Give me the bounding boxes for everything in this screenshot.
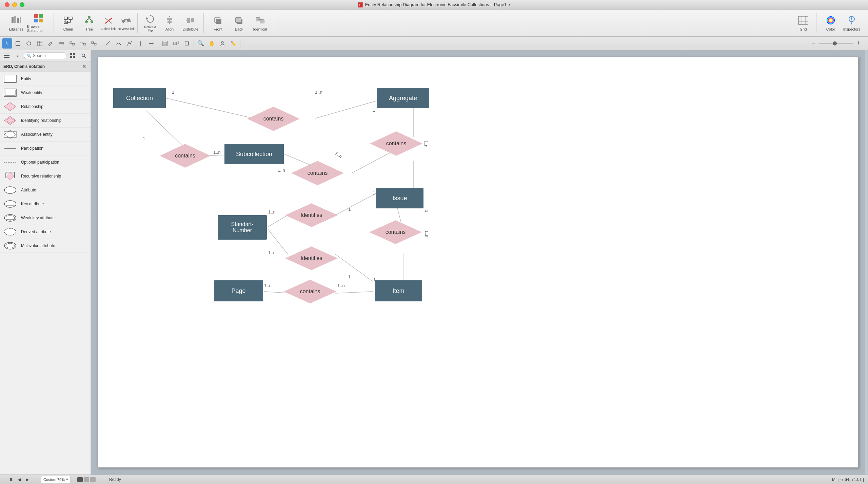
paint-tool[interactable]: ✏️ bbox=[228, 38, 238, 49]
rel-contains-top[interactable]: contains bbox=[247, 107, 300, 131]
entity-aggregate[interactable]: Aggregate bbox=[377, 88, 429, 108]
entity-subcollection[interactable]: Subcollection bbox=[224, 144, 284, 164]
reverse-link-button[interactable]: Reverse link bbox=[118, 14, 135, 33]
shape-item-weak-entity[interactable]: Weak entity bbox=[0, 86, 91, 100]
browse-solutions-button[interactable]: Browse Solutions bbox=[27, 14, 51, 33]
sidebar-list-view[interactable] bbox=[2, 52, 12, 60]
svg-point-98 bbox=[4, 187, 16, 193]
color-button[interactable]: Color bbox=[821, 14, 841, 33]
zoom-display[interactable]: Custom 79% ▾ bbox=[41, 476, 71, 483]
chain-button[interactable]: Chain bbox=[58, 14, 78, 33]
close-button[interactable] bbox=[5, 2, 9, 7]
svg-rect-57 bbox=[73, 43, 75, 45]
prev-page-button[interactable]: ◀ bbox=[16, 476, 22, 483]
connector-v-tool[interactable] bbox=[135, 38, 145, 49]
category-close-button[interactable]: ✕ bbox=[81, 63, 87, 70]
page-dot-3[interactable] bbox=[90, 477, 96, 482]
pan-tool[interactable]: ✋ bbox=[206, 38, 217, 49]
shape-item-entity[interactable]: Entity bbox=[0, 72, 91, 86]
page-dot-2[interactable] bbox=[84, 477, 89, 482]
shape-item-optional-participation[interactable]: Optional participation bbox=[0, 155, 91, 169]
pause-button[interactable]: ⏸ bbox=[7, 476, 14, 483]
sidebar-search-button[interactable] bbox=[79, 52, 88, 60]
distribute-icon bbox=[185, 15, 196, 26]
rect-tool[interactable] bbox=[13, 38, 23, 49]
back-icon bbox=[234, 15, 244, 26]
svg-marker-67 bbox=[139, 45, 141, 46]
diagram-canvas[interactable]: Collection Aggregate Subcollection Issue… bbox=[98, 57, 859, 468]
rel-contains-mid[interactable]: contains bbox=[291, 161, 344, 185]
tree-button[interactable]: Tree bbox=[79, 14, 99, 33]
delete-link-button[interactable]: Delete link bbox=[100, 14, 117, 33]
page-dot-1[interactable] bbox=[77, 477, 83, 482]
page-controls: ⏸ ◀ ▶ bbox=[4, 475, 34, 484]
line-tool[interactable] bbox=[103, 38, 113, 49]
next-page-button[interactable]: ▶ bbox=[24, 476, 31, 483]
ellipse-tool[interactable] bbox=[24, 38, 34, 49]
rel-contains-agg[interactable]: contains bbox=[370, 131, 422, 156]
entity-issue[interactable]: Issue bbox=[376, 188, 423, 208]
group-tool[interactable] bbox=[171, 38, 181, 49]
polyline-tool[interactable] bbox=[124, 38, 135, 49]
resize-tool[interactable] bbox=[56, 38, 66, 49]
svg-text:E: E bbox=[359, 3, 361, 7]
edit-tool[interactable] bbox=[45, 38, 56, 49]
search-input[interactable] bbox=[33, 53, 64, 58]
curve-tool[interactable] bbox=[114, 38, 124, 49]
svg-line-19 bbox=[86, 19, 89, 20]
shape-item-key-attribute[interactable]: Key attribute bbox=[0, 197, 91, 211]
canvas-area[interactable]: Collection Aggregate Subcollection Issue… bbox=[91, 50, 865, 474]
entity-item[interactable]: Item bbox=[375, 280, 422, 301]
person-tool[interactable] bbox=[217, 38, 228, 49]
grid-button[interactable]: Grid bbox=[793, 14, 813, 33]
connect3-tool[interactable] bbox=[89, 38, 99, 49]
table-tool[interactable] bbox=[35, 38, 45, 49]
entity-standart-number[interactable]: Standart-Number bbox=[218, 215, 267, 240]
zoom-slider[interactable] bbox=[819, 43, 853, 44]
back-button[interactable]: Back bbox=[229, 14, 249, 33]
rel-contains-page[interactable]: contains bbox=[284, 280, 336, 303]
search-box: 🔍 bbox=[24, 52, 67, 59]
shape-item-participation[interactable]: Participation bbox=[0, 142, 91, 155]
libraries-button[interactable]: Libraries bbox=[6, 14, 26, 33]
connector-h-tool[interactable] bbox=[146, 38, 156, 49]
align-button[interactable]: Align bbox=[159, 14, 180, 33]
maximize-button[interactable] bbox=[20, 2, 24, 7]
sidebar-view-toggle[interactable]: ≡ bbox=[13, 52, 22, 60]
rotate-flip-button[interactable]: Rotate & Flip bbox=[142, 14, 159, 33]
select-tool[interactable]: ↖ bbox=[2, 38, 12, 49]
select-all-tool[interactable] bbox=[160, 38, 170, 49]
entity-page[interactable]: Page bbox=[214, 280, 263, 301]
zoom-out-tool[interactable]: 🔍 bbox=[196, 38, 206, 49]
minimize-button[interactable] bbox=[12, 2, 17, 7]
svg-rect-2 bbox=[12, 17, 14, 23]
zoom-slider-thumb[interactable] bbox=[833, 41, 837, 45]
rel-contains-left[interactable]: contains bbox=[160, 144, 211, 168]
shape-item-multivalue-attribute[interactable]: Multivalue attribute bbox=[0, 239, 91, 253]
crop-tool[interactable] bbox=[182, 38, 192, 49]
title-dropdown-icon[interactable]: ▾ bbox=[509, 3, 510, 6]
shape-item-attribute[interactable]: Attribute bbox=[0, 183, 91, 197]
shape-item-associative-entity[interactable]: Associative entity bbox=[0, 128, 91, 142]
entity-collection[interactable]: Collection bbox=[113, 88, 166, 108]
shape-item-relationship[interactable]: Relationship bbox=[0, 100, 91, 114]
sidebar-grid-view[interactable] bbox=[68, 52, 78, 60]
inspectors-button[interactable]: i Inspectors bbox=[842, 14, 862, 33]
shape-item-weak-key-attribute[interactable]: Weak key attribute bbox=[0, 211, 91, 225]
shape-item-identifying-rel[interactable]: Identifying relationship bbox=[0, 114, 91, 128]
distribute-button[interactable]: Distribute bbox=[180, 14, 201, 33]
inspectors-icon: i bbox=[846, 15, 857, 26]
connect2-tool[interactable] bbox=[78, 38, 88, 49]
rel-identifies-2[interactable]: Identifies bbox=[285, 246, 338, 270]
front-button[interactable]: Front bbox=[208, 14, 228, 33]
rel-contains-issue[interactable]: contains bbox=[369, 220, 422, 244]
zoom-in-button[interactable]: + bbox=[854, 39, 863, 48]
shape-item-recursive[interactable]: Recursive relationship bbox=[0, 169, 91, 183]
identical-button[interactable]: Identical bbox=[250, 14, 270, 33]
rel-identifies-1[interactable]: Identifies bbox=[285, 203, 338, 227]
shape-item-derived-attribute[interactable]: Derived attribute bbox=[0, 225, 91, 239]
svg-line-65 bbox=[106, 41, 110, 45]
svg-rect-6 bbox=[34, 14, 38, 18]
zoom-out-button[interactable]: − bbox=[810, 39, 818, 48]
connect-tool[interactable] bbox=[67, 38, 77, 49]
